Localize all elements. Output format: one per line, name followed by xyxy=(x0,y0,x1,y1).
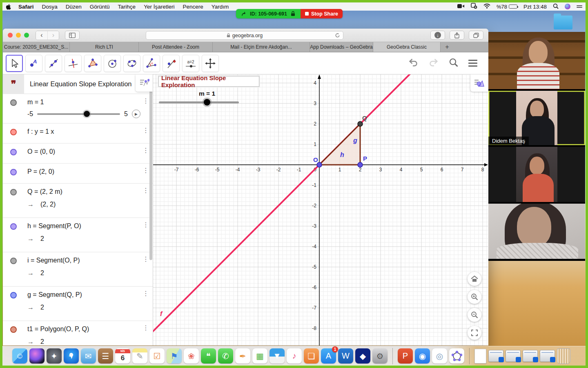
dock-window-browser[interactable] xyxy=(523,350,538,362)
sidebar-button[interactable] xyxy=(65,31,80,40)
row-menu-button[interactable]: ⋮ xyxy=(143,166,149,174)
slider-control[interactable]: -55▶ xyxy=(27,110,141,118)
play-button[interactable]: ▶ xyxy=(132,110,140,118)
redo-button[interactable] xyxy=(428,58,439,69)
move-tool-button[interactable] xyxy=(6,55,23,72)
dock-facetime[interactable]: ✆ xyxy=(218,348,233,364)
graph-slider-handle[interactable] xyxy=(204,99,210,105)
dock-appstore[interactable]: A1 xyxy=(321,348,336,364)
algebra-style-button[interactable] xyxy=(136,74,153,92)
dock-dropbox[interactable]: ◆ xyxy=(355,348,370,364)
row-menu-button[interactable]: ⋮ xyxy=(143,255,149,263)
row-menu-button[interactable]: ⋮ xyxy=(143,126,149,134)
algebra-scrollbar[interactable] xyxy=(149,76,152,260)
description-icon[interactable]: ❞ xyxy=(3,74,24,94)
dock-numbers[interactable]: ▦ xyxy=(252,348,267,364)
visibility-toggle-i[interactable] xyxy=(10,258,17,264)
algebra-row-f[interactable]: f : y = 1 x⋮ xyxy=(3,123,153,144)
sync-paused-status-icon[interactable] xyxy=(471,3,477,10)
visibility-toggle-f[interactable] xyxy=(10,129,17,135)
algebra-row-h[interactable]: h = Segment(P, O)→2⋮ xyxy=(3,218,153,252)
point-Q[interactable] xyxy=(358,121,363,126)
forward-button[interactable]: › xyxy=(47,31,59,40)
undo-button[interactable] xyxy=(408,58,419,69)
dock-launchpad[interactable]: ✦ xyxy=(47,348,62,364)
graphics-settings-button[interactable] xyxy=(470,74,488,92)
reflect-tool-button[interactable] xyxy=(163,55,180,72)
dock-notes[interactable]: ✎ xyxy=(132,348,147,364)
dock-geogebra[interactable] xyxy=(449,348,464,364)
notification-center-icon[interactable] xyxy=(577,4,582,9)
reload-icon[interactable] xyxy=(335,33,340,39)
tab-1[interactable]: Course: 2020S_EME302_S... xyxy=(3,42,70,52)
dock-window-mail[interactable] xyxy=(540,350,555,362)
algebra-row-i[interactable]: i = Segment(O, P)→2⋮ xyxy=(3,252,153,287)
video-camera-status-icon[interactable] xyxy=(457,4,465,10)
new-tab-button[interactable]: + xyxy=(441,42,454,52)
dock-window-word[interactable] xyxy=(506,350,521,362)
visibility-toggle-Q[interactable] xyxy=(10,189,17,195)
tab-5[interactable]: App Downloads – GeoGebra xyxy=(310,42,373,52)
zoom-out-button[interactable] xyxy=(468,308,481,322)
visibility-toggle-P[interactable] xyxy=(10,169,17,175)
graphics-view[interactable]: -7-6-5-4-3-2-1123456784321-1-2-3-4-5-6-7… xyxy=(153,74,488,346)
tab-3[interactable]: Post Attendee - Zoom xyxy=(139,42,213,52)
row-menu-button[interactable]: ⋮ xyxy=(143,289,149,297)
dock-powerpoint[interactable]: P xyxy=(398,348,413,364)
ellipse-tool-button[interactable] xyxy=(123,55,140,72)
circle-tool-button[interactable] xyxy=(104,55,121,72)
dock-pages[interactable]: ✒ xyxy=(235,348,250,364)
address-bar[interactable]: geogebra.org xyxy=(146,31,343,40)
dock-photos[interactable]: ❀ xyxy=(184,348,199,364)
dock-messages[interactable]: ❝ xyxy=(201,348,216,364)
fullscreen-button[interactable] xyxy=(468,326,481,340)
dock-safari[interactable]: ➤ xyxy=(64,348,79,364)
algebra-row-m[interactable]: m = 1-55▶⋮ xyxy=(3,94,153,123)
graph-slider[interactable] xyxy=(159,101,239,103)
participant-video-4[interactable] xyxy=(488,204,585,259)
home-button[interactable] xyxy=(468,272,481,286)
point-tool-button[interactable]: A xyxy=(25,55,42,72)
zoom-in-button[interactable] xyxy=(468,290,481,304)
angle-tool-button[interactable]: α xyxy=(143,55,160,72)
tab-4[interactable]: Mail - Elçin Emre Akdoğan... xyxy=(213,42,310,52)
dock-mail[interactable]: ✉ xyxy=(81,348,96,364)
polygon-tool-button[interactable] xyxy=(84,55,101,72)
siri-icon[interactable] xyxy=(565,4,570,9)
battery-status[interactable]: %78 xyxy=(497,4,517,10)
algebra-row-t1[interactable]: t1 = Polygon(O, P, Q)→2⋮ xyxy=(3,321,153,346)
zoom-window-button[interactable] xyxy=(24,33,29,38)
dock-zoom[interactable]: ◉ xyxy=(415,348,430,364)
spotlight-icon[interactable] xyxy=(553,3,559,10)
search-icon[interactable] xyxy=(449,58,459,69)
participant-video-3[interactable] xyxy=(488,147,585,202)
algebra-row-Q[interactable]: Q = (2, 2 m)→(2, 2)⋮ xyxy=(3,184,153,218)
dock-itunes[interactable]: ♪ xyxy=(287,348,302,364)
dock-preview[interactable]: ◎ xyxy=(432,348,447,364)
stop-share-button[interactable]: Stop Share xyxy=(301,9,343,18)
tab-6[interactable]: GeoGebra Classic xyxy=(373,42,441,52)
minimize-window-button[interactable] xyxy=(16,33,21,38)
tab-2[interactable]: Rich LTI xyxy=(70,42,139,52)
menu-yardım[interactable]: Yardım xyxy=(207,4,233,10)
point-P[interactable] xyxy=(358,162,363,167)
move-graphics-tool-button[interactable] xyxy=(202,55,219,72)
visibility-toggle-m[interactable] xyxy=(10,99,17,106)
menu-icon[interactable] xyxy=(468,58,477,68)
participant-video-1[interactable] xyxy=(488,32,585,89)
menu-dosya[interactable]: Dosya xyxy=(38,4,62,10)
algebra-row-g[interactable]: g = Segment(Q, P)→2⋮ xyxy=(3,287,153,321)
line-tool-button[interactable] xyxy=(45,55,62,72)
participant-video-2[interactable]: Didem Bektaş xyxy=(488,91,585,145)
dock-calendar[interactable]: NİS6 xyxy=(115,348,130,364)
menu-tarihçe[interactable]: Tarihçe xyxy=(114,4,140,10)
dock-maps[interactable]: ⚑ xyxy=(167,348,182,364)
dock-word[interactable]: W xyxy=(338,348,353,364)
row-menu-button[interactable]: ⋮ xyxy=(143,146,149,154)
slider-tool-button[interactable]: a=2 xyxy=(182,55,199,72)
visibility-toggle-t1[interactable] xyxy=(10,326,17,333)
algebra-row-O[interactable]: O = (0, 0)⋮ xyxy=(3,144,153,164)
dock-siri[interactable] xyxy=(29,348,45,364)
visibility-toggle-h[interactable] xyxy=(10,223,17,230)
graph-canvas[interactable]: -7-6-5-4-3-2-1123456784321-1-2-3-4-5-6-7… xyxy=(153,74,488,346)
